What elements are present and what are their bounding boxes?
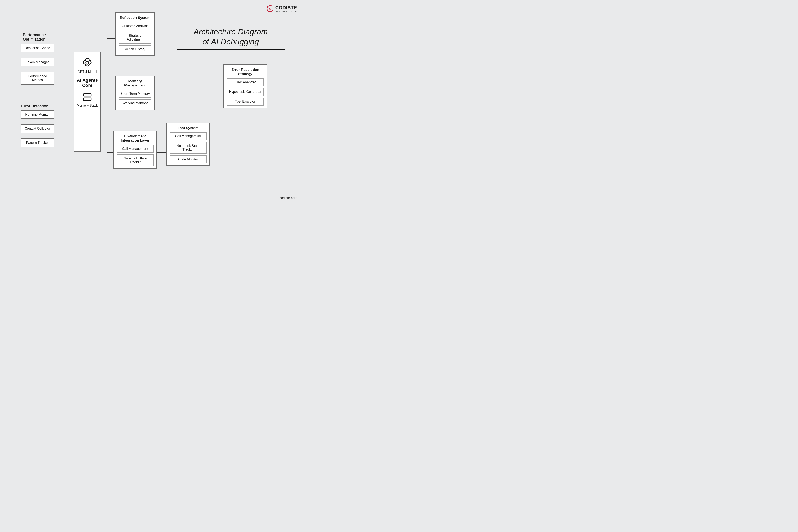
memory-mgmt-heading: Memory Management: [119, 79, 152, 88]
reflection-item: Action History: [119, 45, 152, 53]
error-detect-item: Runtime Monitor: [21, 110, 54, 119]
perf-item: Token Manager: [21, 58, 54, 66]
resolution-group: Error Resolution Strategy Error Analyzer…: [223, 64, 267, 108]
connector: [245, 120, 245, 175]
core-box: GPT-4 Model AI Agents Core Memory Stack: [74, 52, 101, 152]
reflection-group: Reflection System Outcome Analysis Strat…: [115, 13, 155, 56]
memory-icon: [82, 92, 93, 102]
env-item: Notebook State Tracker: [117, 154, 154, 166]
tool-heading: Tool System: [170, 126, 207, 130]
core-center-label: AI Agents Core: [76, 77, 98, 88]
connector: [157, 152, 166, 153]
svg-rect-2: [83, 98, 91, 100]
memory-mgmt-item: Working Memory: [119, 99, 152, 107]
connector: [210, 174, 245, 175]
diagram-title: Architecture Diagram of AI Debugging: [177, 27, 285, 47]
resolution-item: Test Executor: [227, 98, 264, 106]
core-model-label: GPT-4 Model: [76, 70, 98, 74]
brand-tagline: Your Emerging Tech Partner: [276, 11, 297, 12]
tool-item: Notebook State Tracker: [170, 142, 207, 154]
error-detect-item: Pattern Tracker: [21, 138, 54, 147]
brand-logo: ◎ CODISTE Your Emerging Tech Partner: [267, 5, 297, 12]
perf-item: Performance Metrics: [21, 72, 54, 84]
connector: [107, 95, 115, 95]
title-underline: [177, 49, 285, 50]
connector: [54, 63, 62, 63]
env-heading: Environment Integration Layer: [117, 134, 154, 143]
connector: [62, 98, 74, 98]
tool-item: Call Management: [170, 132, 207, 140]
resolution-item: Error Analyzer: [227, 78, 264, 86]
perf-item: Response Cache: [21, 44, 54, 52]
error-detect-heading: Error Detection: [21, 104, 49, 108]
perf-heading: Performance Optimization: [23, 33, 56, 41]
resolution-item: Hypothesis Generator: [227, 88, 264, 96]
footer-site: codiste.com: [280, 196, 297, 200]
reflection-item: Strategy Adjustment: [119, 32, 152, 44]
openai-icon: [81, 57, 93, 69]
env-group: Environment Integration Layer Call Manag…: [113, 131, 157, 169]
env-item: Call Management: [117, 145, 154, 153]
memory-mgmt-item: Short-Term Memory: [119, 90, 152, 98]
svg-point-0: [86, 61, 89, 64]
logo-icon: ◎: [266, 4, 275, 13]
core-memory-label: Memory Stack: [76, 103, 98, 108]
svg-rect-1: [83, 94, 91, 96]
tool-group: Tool System Call Management Notebook Sta…: [166, 122, 210, 166]
tool-item: Code Monitor: [170, 155, 207, 163]
connector: [107, 38, 115, 39]
connector: [101, 98, 107, 98]
brand-name: CODISTE: [276, 5, 297, 11]
resolution-heading: Error Resolution Strategy: [227, 68, 264, 76]
memory-mgmt-group: Memory Management Short-Term Memory Work…: [115, 76, 155, 110]
connector: [107, 152, 113, 153]
reflection-heading: Reflection System: [119, 16, 152, 20]
reflection-item: Outcome Analysis: [119, 22, 152, 30]
connector: [62, 63, 62, 129]
error-detect-item: Context Collector: [21, 124, 54, 133]
connector: [107, 38, 108, 153]
connector: [54, 129, 62, 129]
